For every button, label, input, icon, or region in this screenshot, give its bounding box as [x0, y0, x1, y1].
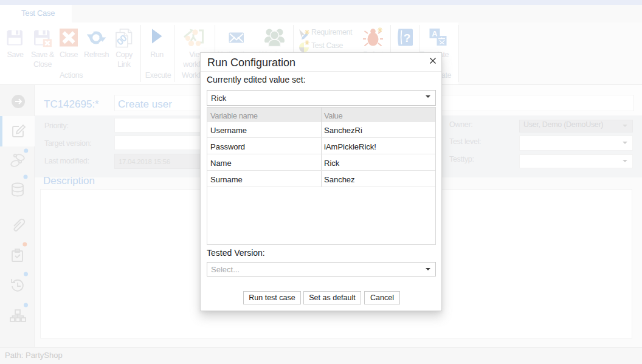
svg-text:?: ?	[404, 32, 411, 44]
